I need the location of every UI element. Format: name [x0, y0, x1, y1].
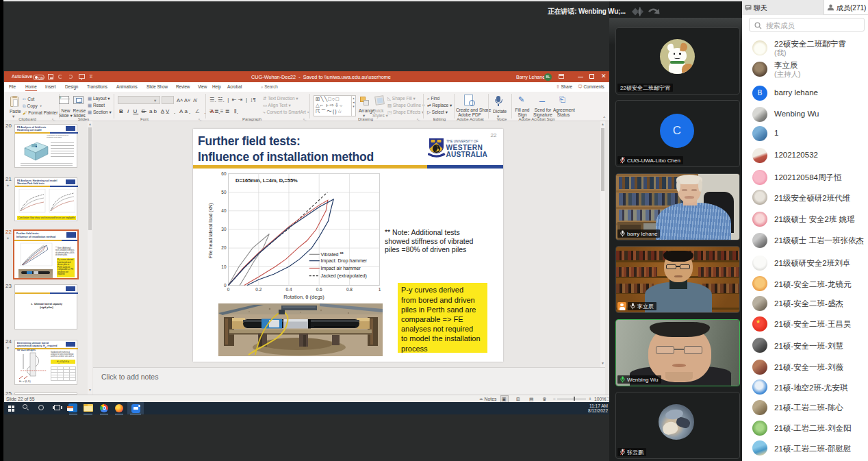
svg-text:50: 50 — [221, 190, 227, 195]
svg-text:1: 1 — [379, 287, 381, 292]
svg-text:20: 20 — [221, 246, 227, 251]
svg-text:Impact air hammer: Impact air hammer — [321, 266, 361, 271]
svg-text:AUSTRALIA: AUSTRALIA — [446, 151, 488, 158]
svg-text:30: 30 — [221, 227, 227, 232]
svg-text:0.2: 0.2 — [255, 287, 261, 292]
svg-text:0.6: 0.6 — [316, 287, 322, 292]
svg-text:Pile head lateral load (kN): Pile head lateral load (kN) — [208, 203, 214, 259]
svg-text:40: 40 — [221, 208, 227, 213]
svg-text:10: 10 — [221, 264, 227, 269]
svg-text:Rotation, θ (degs): Rotation, θ (degs) — [283, 294, 324, 300]
svg-text:Hu = f(L,D): Hu = f(L,D) — [19, 380, 31, 383]
svg-text:0.8: 0.8 — [346, 287, 353, 292]
svg-text:0: 0 — [227, 287, 230, 292]
svg-text:THE UNIVERSITY OF: THE UNIVERSITY OF — [446, 140, 478, 143]
svg-text:0.4: 0.4 — [285, 287, 292, 292]
svg-text:Jacked (extrapolated): Jacked (extrapolated) — [321, 274, 367, 279]
svg-text:60: 60 — [221, 171, 227, 176]
svg-text:Impact: Drop hammer: Impact: Drop hammer — [321, 259, 368, 264]
svg-text:0: 0 — [224, 283, 227, 288]
svg-text:D=165mm, L=4m, Dr=55%: D=165mm, L=4m, Dr=55% — [235, 177, 298, 184]
